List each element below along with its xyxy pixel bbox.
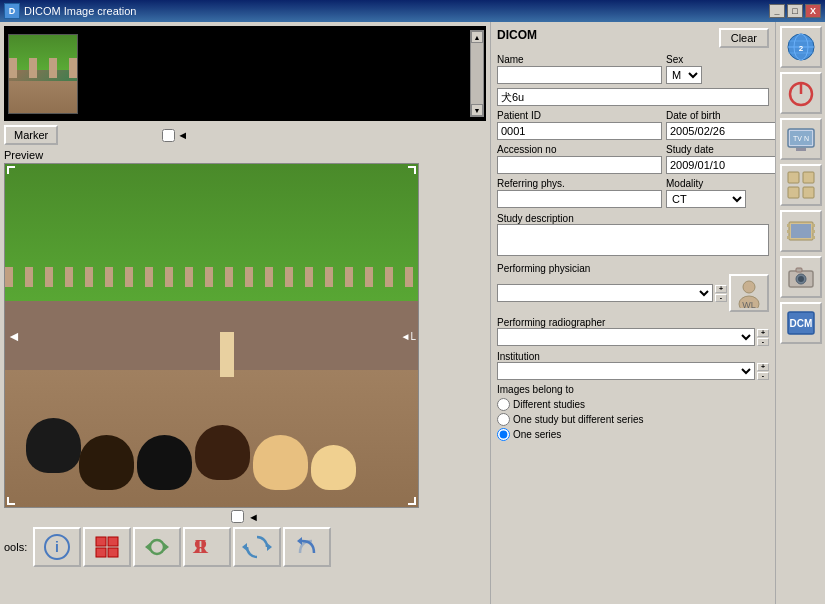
perf-phys-add-button[interactable]: + [715, 285, 727, 293]
images-belong-label: Images belong to [497, 384, 769, 395]
camera-button[interactable] [780, 256, 822, 298]
name-input[interactable] [497, 66, 662, 84]
scroll-up-arrow[interactable]: ▲ [471, 31, 483, 43]
radio-one-diff-series-input[interactable] [497, 413, 510, 426]
radio-different-studies-input[interactable] [497, 398, 510, 411]
nav-text: ◄ [248, 511, 259, 523]
dcm-button[interactable]: DCM [780, 302, 822, 344]
nav-checkbox[interactable] [231, 510, 244, 523]
radio-one-series: One series [497, 428, 769, 441]
radio-one-series-input[interactable] [497, 428, 510, 441]
perf-rad-remove-button[interactable]: - [757, 338, 769, 346]
filmstrip-thumbnail[interactable] [8, 34, 78, 114]
apps-button[interactable] [780, 164, 822, 206]
referring-group: Referring phys. [497, 178, 662, 208]
dicom-panel: DICOM Clear Name Sex M F O [490, 22, 775, 604]
study-desc-label: Study description [497, 213, 574, 224]
modality-select[interactable]: CT MR US XR [666, 190, 746, 208]
film-icon [784, 214, 818, 248]
dob-input[interactable] [666, 122, 775, 140]
radio-one-diff-series-label: One study but different series [513, 414, 643, 425]
grid-button[interactable] [83, 527, 131, 567]
checkbox-1[interactable] [162, 129, 175, 142]
main-container: ▲ ▼ Marker ◄ Preview [0, 22, 825, 604]
svg-marker-7 [145, 543, 150, 551]
svg-rect-28 [788, 172, 799, 183]
dicom-title: DICOM [497, 28, 537, 42]
name-group: Name [497, 54, 662, 84]
undo-button[interactable] [283, 527, 331, 567]
scroll-down-arrow[interactable]: ▼ [471, 104, 483, 116]
dob-group: Date of birth ▼ [666, 110, 775, 140]
refresh-button[interactable] [233, 527, 281, 567]
perf-phys-remove-button[interactable]: - [715, 294, 727, 302]
preview-container: ◄ ◄L [4, 163, 419, 508]
study-date-input[interactable] [666, 156, 775, 174]
corner-br [408, 497, 416, 505]
internet-button[interactable]: 2 [780, 26, 822, 68]
svg-rect-5 [108, 548, 118, 557]
close-button[interactable]: X [805, 4, 821, 18]
perf-phys-add-remove: + - [715, 285, 727, 302]
power-button[interactable] [780, 72, 822, 114]
svg-point-42 [798, 276, 804, 282]
dog-5 [253, 435, 308, 490]
preview-image: ◄ ◄L [5, 164, 418, 507]
minimize-button[interactable]: _ [769, 4, 785, 18]
preview-right-marker: ◄L [401, 330, 416, 341]
referring-input[interactable] [497, 190, 662, 208]
svg-rect-35 [787, 230, 790, 233]
bottom-toolbar: ools: i [4, 527, 486, 567]
mirror-button[interactable]: R R [183, 527, 231, 567]
institution-select[interactable] [497, 362, 755, 380]
svg-rect-43 [796, 268, 802, 272]
film-button[interactable] [780, 210, 822, 252]
svg-marker-12 [297, 537, 302, 545]
perf-rad-add-button[interactable]: + [757, 329, 769, 337]
sex-label: Sex [666, 54, 702, 65]
name-value-input[interactable] [497, 88, 769, 106]
perf-rad-add-remove: + - [757, 329, 769, 346]
perf-rad-select[interactable] [497, 328, 755, 346]
tv-icon: TV N [784, 122, 818, 156]
radio-different-studies: Different studies [497, 398, 769, 411]
toolbar: Marker ◄ [4, 125, 486, 145]
pid-dob-row: Patient ID Date of birth ▼ [497, 110, 769, 140]
title-bar: D DICOM Image creation _ □ X [0, 0, 825, 22]
tv-button[interactable]: TV N [780, 118, 822, 160]
patient-id-input[interactable] [497, 122, 662, 140]
globe-icon: 2 [784, 30, 818, 64]
dog-6 [311, 445, 356, 490]
perf-phys-combo: + - [497, 284, 727, 302]
perf-rad-label: Performing radiographer [497, 317, 605, 328]
perf-phys-person-button[interactable]: WL [729, 274, 769, 312]
person-figure [220, 332, 234, 377]
perf-phys-select[interactable] [497, 284, 713, 302]
undo-icon [292, 533, 322, 561]
study-date-label: Study date [666, 144, 775, 155]
marker-button[interactable]: Marker [4, 125, 58, 145]
patient-id-label: Patient ID [497, 110, 662, 121]
study-desc-input[interactable] [497, 224, 769, 256]
svg-rect-34 [787, 224, 790, 227]
study-date-group: Study date ▼ [666, 144, 775, 174]
checkbox-area: ◄ [162, 129, 188, 142]
perf-rad-combo: + - [497, 328, 769, 346]
sex-select[interactable]: M F O [666, 66, 702, 84]
institution-add-button[interactable]: + [757, 363, 769, 371]
clear-button[interactable]: Clear [719, 28, 769, 48]
rotate-button[interactable] [133, 527, 181, 567]
institution-add-remove: + - [757, 363, 769, 380]
left-area: ▲ ▼ Marker ◄ Preview [0, 22, 490, 604]
svg-rect-38 [812, 230, 815, 233]
perf-rad-row: Performing radiographer + - [497, 316, 769, 346]
info-button[interactable]: i [33, 527, 81, 567]
name-value-row [497, 88, 769, 106]
institution-remove-button[interactable]: - [757, 372, 769, 380]
accession-input[interactable] [497, 156, 662, 174]
person-icon: WL [734, 278, 764, 308]
rotate-icon [142, 533, 172, 561]
power-icon [784, 76, 818, 110]
maximize-button[interactable]: □ [787, 4, 803, 18]
filmstrip-scrollbar[interactable]: ▲ ▼ [470, 30, 484, 117]
